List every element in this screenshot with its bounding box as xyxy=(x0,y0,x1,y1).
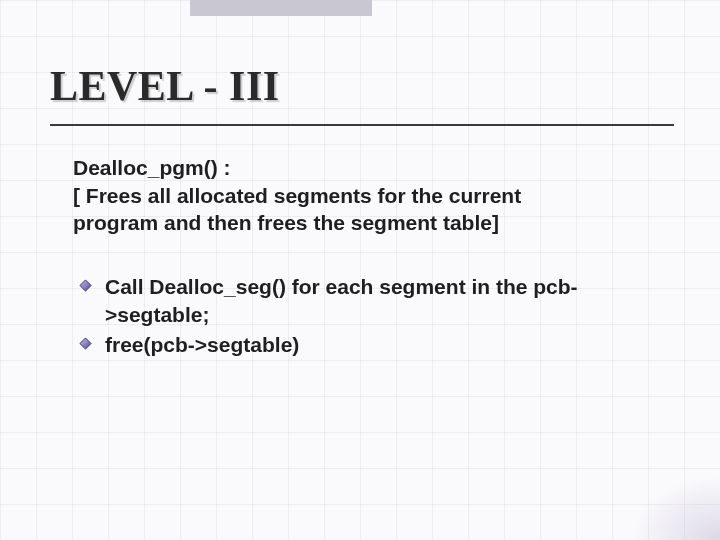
intro-line-2: [ Frees all allocated segments for the c… xyxy=(73,184,521,207)
body-block: Dealloc_pgm() : [ Frees all allocated se… xyxy=(50,154,674,358)
diamond-bullet-icon xyxy=(79,279,92,292)
slide-content: LEVEL - III Dealloc_pgm() : [ Frees all … xyxy=(0,0,720,358)
list-item: free(pcb->segtable) xyxy=(77,331,664,359)
slide-title: LEVEL - III xyxy=(50,62,674,110)
bullet-text: free(pcb->segtable) xyxy=(105,333,299,356)
bullet-text: Call Dealloc_seg() for each segment in t… xyxy=(105,275,578,326)
corner-decoration xyxy=(630,476,720,540)
list-item: Call Dealloc_seg() for each segment in t… xyxy=(77,273,664,328)
svg-marker-0 xyxy=(80,280,91,291)
title-underline xyxy=(50,124,674,126)
intro-line-1: Dealloc_pgm() : xyxy=(73,156,231,179)
diamond-bullet-icon xyxy=(79,337,92,350)
svg-marker-1 xyxy=(80,338,91,349)
intro-line-3: program and then frees the segment table… xyxy=(73,211,499,234)
bullet-list: Call Dealloc_seg() for each segment in t… xyxy=(73,273,664,358)
intro-paragraph: Dealloc_pgm() : [ Frees all allocated se… xyxy=(73,154,664,237)
